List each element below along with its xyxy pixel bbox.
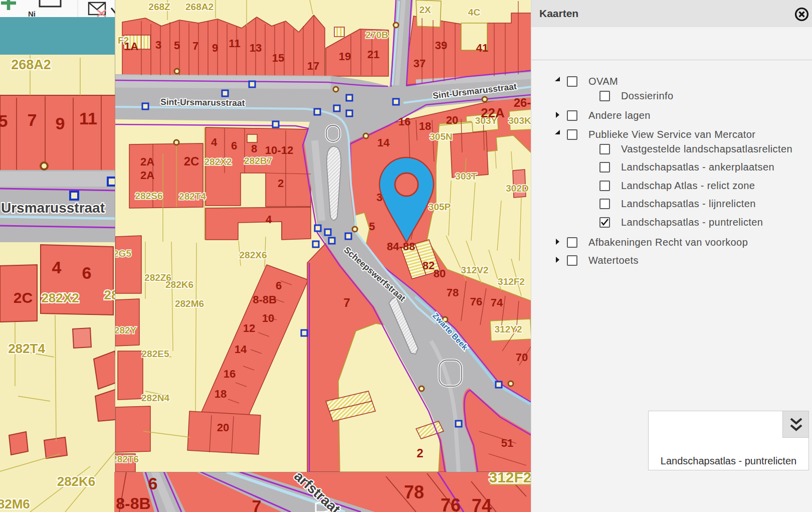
svg-text:4: 4 [211, 136, 218, 148]
svg-text:14: 14 [377, 136, 390, 149]
svg-text:312V2: 312V2 [461, 265, 489, 275]
svg-text:11: 11 [79, 109, 97, 128]
svg-text:6: 6 [231, 139, 237, 152]
svg-text:4: 4 [52, 258, 62, 277]
svg-text:282X6: 282X6 [240, 250, 267, 260]
svg-text:Sint-Ursmarusstraat: Sint-Ursmarusstraat [160, 97, 245, 108]
svg-text:282B7: 282B7 [244, 155, 272, 166]
svg-text:305P: 305P [429, 202, 451, 212]
svg-text:2A: 2A [140, 155, 154, 168]
svg-text:282E5: 282E5 [142, 349, 169, 359]
svg-text:4: 4 [266, 213, 272, 226]
svg-text:268Z: 268Z [148, 2, 170, 12]
svg-text:282S6: 282S6 [135, 191, 163, 201]
svg-text:1A: 1A [124, 40, 138, 53]
svg-text:312Y2: 312Y2 [495, 324, 522, 334]
svg-text:12: 12 [243, 322, 255, 334]
svg-text:16: 16 [224, 368, 236, 380]
svg-text:10-12: 10-12 [265, 144, 293, 156]
svg-text:8-8B: 8-8B [116, 494, 150, 512]
svg-text:39: 39 [435, 39, 447, 52]
svg-text:41: 41 [476, 42, 488, 54]
svg-text:282K6: 282K6 [57, 474, 96, 489]
svg-text:22A: 22A [481, 105, 505, 120]
svg-text:2: 2 [417, 446, 423, 460]
svg-text:282N4: 282N4 [141, 393, 169, 403]
svg-text:26-: 26- [514, 96, 531, 109]
svg-text:Ursmarusstraat: Ursmarusstraat [1, 200, 105, 216]
svg-text:84-88: 84-88 [387, 240, 415, 253]
svg-text:9: 9 [56, 114, 65, 133]
svg-text:282T4: 282T4 [8, 341, 45, 356]
svg-text:282M6: 282M6 [0, 496, 30, 511]
svg-text:6: 6 [276, 279, 282, 292]
svg-text:268A2: 268A2 [185, 2, 214, 12]
svg-text:7: 7 [343, 296, 350, 309]
svg-text:5: 5 [0, 111, 8, 130]
svg-text:6: 6 [82, 263, 92, 282]
svg-text:282M6: 282M6 [175, 298, 204, 309]
svg-text:7: 7 [252, 496, 262, 512]
svg-text:78: 78 [404, 482, 424, 502]
svg-text:16: 16 [398, 115, 411, 128]
svg-text:76: 76 [470, 295, 482, 308]
svg-text:2G5: 2G5 [115, 248, 131, 259]
svg-text:17: 17 [307, 60, 319, 72]
svg-text:270B: 270B [365, 30, 388, 40]
svg-text:78: 78 [447, 286, 459, 299]
svg-text:18: 18 [419, 120, 431, 132]
svg-text:51: 51 [501, 437, 513, 449]
svg-text:15: 15 [272, 52, 284, 64]
svg-text:10: 10 [262, 312, 274, 324]
svg-text:82: 82 [423, 259, 435, 272]
svg-text:13: 13 [250, 42, 262, 54]
svg-text:20: 20 [446, 114, 458, 126]
svg-text:11: 11 [229, 37, 240, 50]
svg-text:6: 6 [148, 474, 158, 493]
svg-text:268A2: 268A2 [11, 57, 51, 72]
svg-text:282X2: 282X2 [41, 290, 79, 305]
svg-text:282Y: 282Y [115, 325, 137, 335]
svg-text:7: 7 [192, 40, 198, 52]
svg-text:282X2: 282X2 [205, 156, 232, 167]
svg-text:282T6: 282T6 [115, 454, 139, 464]
svg-text:8: 8 [251, 142, 257, 155]
svg-text:2: 2 [278, 177, 284, 190]
svg-text:76: 76 [441, 495, 461, 512]
svg-text:70: 70 [516, 351, 528, 364]
svg-text:4C: 4C [468, 7, 481, 18]
svg-text:302D: 302D [506, 183, 528, 194]
svg-text:74: 74 [472, 495, 492, 512]
svg-text:19: 19 [339, 50, 351, 63]
svg-text:9: 9 [212, 42, 218, 54]
svg-text:80: 80 [434, 267, 446, 280]
svg-text:2C: 2C [184, 154, 199, 168]
svg-text:312F2: 312F2 [498, 276, 525, 287]
svg-text:2A: 2A [140, 169, 154, 182]
svg-text:2C: 2C [14, 289, 33, 306]
svg-text:37: 37 [414, 57, 426, 70]
svg-text:2X: 2X [419, 5, 431, 15]
svg-text:14: 14 [235, 343, 247, 356]
svg-text:282T4: 282T4 [179, 191, 206, 202]
svg-text:305N: 305N [430, 131, 452, 142]
svg-text:7: 7 [28, 110, 37, 129]
svg-text:5: 5 [369, 220, 375, 233]
svg-text:303K: 303K [508, 115, 531, 126]
svg-text:Ni: Ni [28, 10, 36, 17]
svg-text:8-8B: 8-8B [253, 293, 277, 306]
svg-text:21: 21 [367, 48, 379, 61]
svg-text:20: 20 [217, 421, 229, 434]
svg-text:18: 18 [215, 388, 227, 400]
svg-text:282K6: 282K6 [165, 279, 193, 290]
svg-text:5: 5 [174, 39, 180, 52]
svg-text:74: 74 [491, 296, 503, 309]
svg-text:303T: 303T [455, 171, 477, 182]
svg-text:3: 3 [155, 39, 161, 51]
